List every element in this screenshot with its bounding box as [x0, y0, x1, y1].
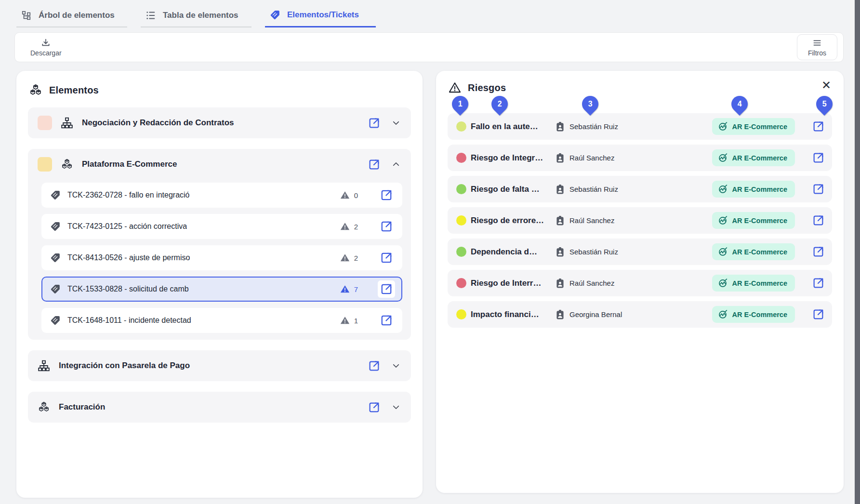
ar-badge[interactable]: AR E-Commerce: [712, 212, 795, 229]
open-risk-icon[interactable]: [812, 308, 824, 320]
cubes-icon: [38, 401, 50, 413]
risks-panel-title: Riesgos: [468, 82, 506, 93]
open-ticket-icon[interactable]: [380, 283, 393, 295]
download-label: Descargar: [30, 49, 62, 57]
risk-row[interactable]: Fallo en la aute… Sebastián Ruiz AR E-Co…: [448, 113, 832, 140]
tab-elementos-tickets[interactable]: Elementos/Tickets: [265, 7, 376, 27]
risk-name: Riesgo de errore…: [471, 216, 556, 225]
tag-icon: [50, 252, 61, 263]
close-button[interactable]: ✕: [821, 80, 831, 91]
ticket-row[interactable]: TCK-2362-0728 - fallo en integració 0: [41, 183, 402, 208]
ticket-row[interactable]: TCK-1648-1011 - incidente detectad 1: [41, 308, 402, 333]
assignee-name: Raúl Sanchez: [569, 154, 614, 162]
ticket-label: TCK-1648-1011 - incidente detectad: [67, 316, 191, 325]
tab-arbol-de-elementos[interactable]: Árbol de elementos: [16, 7, 127, 27]
open-ticket-icon[interactable]: [380, 189, 393, 201]
group-row-negociacion[interactable]: Negociación y Redacción de Contratos: [28, 107, 411, 138]
tab-label: Elementos/Tickets: [287, 10, 359, 20]
chevron-down-icon[interactable]: [392, 361, 400, 370]
warning-icon: [340, 253, 350, 263]
assignee-name: Sebastián Ruiz: [569, 122, 618, 131]
open-ticket-icon[interactable]: [380, 220, 393, 233]
ar-badge[interactable]: AR E-Commerce: [712, 149, 795, 166]
download-icon: [41, 38, 51, 48]
risk-row[interactable]: Riesgo de Integr… Raúl Sanchez AR E-Comm…: [448, 145, 832, 171]
ar-badge[interactable]: AR E-Commerce: [712, 181, 795, 198]
annotation-pin-3: 3: [579, 93, 602, 116]
risk-row[interactable]: Riesgo de falta … Sebastián Ruiz AR E-Co…: [448, 176, 832, 202]
risk-status-dot: [456, 247, 466, 257]
group-row-integracion[interactable]: Integración con Pasarela de Pago: [28, 350, 411, 381]
tag-icon: [50, 221, 61, 232]
chevron-up-icon[interactable]: [392, 160, 400, 169]
open-risk-icon[interactable]: [812, 214, 824, 226]
open-risk-icon[interactable]: [812, 152, 824, 164]
group-label: Facturación: [59, 402, 105, 412]
ar-badge[interactable]: AR E-Commerce: [712, 243, 795, 260]
ar-badge[interactable]: AR E-Commerce: [712, 275, 795, 292]
ar-badge[interactable]: AR E-Commerce: [712, 306, 795, 323]
download-button[interactable]: Descargar: [30, 38, 62, 57]
risk-register-icon: [718, 309, 728, 319]
person-badge-icon: [556, 247, 565, 257]
open-group-icon[interactable]: [368, 159, 380, 171]
risk-status-dot: [456, 278, 466, 288]
risk-name: Riesgo de Integr…: [471, 153, 556, 163]
risk-status-dot: [456, 184, 466, 194]
ticket-row[interactable]: TCK-7423-0125 - acción correctiva 2: [41, 214, 402, 239]
open-group-icon[interactable]: [368, 360, 380, 372]
risk-row[interactable]: Impacto financi… Georgina Bernal AR E-Co…: [448, 301, 832, 328]
tab-tabla-de-elementos[interactable]: Tabla de elementos: [141, 7, 251, 27]
ticket-label: TCK-8413-0526 - ajuste de permiso: [67, 253, 190, 262]
warning-icon: [340, 190, 350, 200]
tab-label: Tabla de elementos: [163, 11, 238, 20]
group-row-facturacion[interactable]: Facturación: [28, 392, 411, 423]
assignee-name: Georgina Bernal: [569, 310, 622, 318]
person-badge-icon: [556, 184, 565, 195]
sitemap-icon: [61, 117, 73, 129]
assignee-name: Sebastián Ruiz: [569, 248, 618, 256]
open-ticket-icon[interactable]: [380, 314, 393, 327]
risk-name: Riesgo de falta …: [471, 185, 556, 194]
warning-icon: [449, 81, 461, 94]
warning-count: 2: [354, 223, 358, 231]
risk-status-dot: [456, 215, 466, 225]
filters-button[interactable]: Filtros: [797, 34, 837, 60]
group-row-plataforma[interactable]: Plataforma E-Commerce: [35, 149, 404, 180]
group-color-swatch: [38, 116, 52, 130]
risk-register-icon: [718, 278, 728, 288]
risk-register-icon: [718, 121, 728, 132]
warning-count: 0: [354, 191, 358, 199]
risk-row[interactable]: Dependencia d… Sebastián Ruiz AR E-Comme…: [448, 239, 832, 265]
assignee-name: Sebastián Ruiz: [569, 185, 618, 193]
sitemap-icon: [38, 359, 50, 372]
risk-name: Dependencia d…: [471, 247, 556, 257]
risk-register-icon: [718, 184, 728, 194]
cubes-icon: [29, 83, 42, 97]
open-group-icon[interactable]: [368, 117, 380, 129]
group-color-swatch: [38, 157, 52, 172]
chevron-down-icon[interactable]: [392, 403, 400, 411]
group-label: Integración con Pasarela de Pago: [59, 361, 190, 371]
open-risk-icon[interactable]: [812, 120, 824, 133]
assignee-name: Raúl Sanchez: [569, 279, 614, 287]
ticket-row-selected[interactable]: TCK-1533-0828 - solicitud de camb 7: [41, 277, 402, 302]
risks-panel: Riesgos ✕ 1 2 3 4 5 Fallo en la aute… Se…: [436, 71, 844, 493]
ar-badge[interactable]: AR E-Commerce: [712, 118, 795, 135]
open-risk-icon[interactable]: [812, 183, 824, 195]
risk-row[interactable]: Riesgo de errore… Raúl Sanchez AR E-Comm…: [448, 207, 832, 234]
open-risk-icon[interactable]: [812, 277, 824, 289]
annotation-pin-1: 1: [449, 93, 472, 116]
chevron-down-icon[interactable]: [392, 119, 400, 127]
open-risk-icon[interactable]: [812, 246, 824, 258]
risk-name: Impacto financi…: [471, 310, 556, 319]
ticket-row[interactable]: TCK-8413-0526 - ajuste de permiso 2: [41, 245, 402, 270]
tab-bar: Árbol de elementos Tabla de elementos El…: [0, 0, 860, 27]
open-group-icon[interactable]: [368, 401, 380, 413]
risk-row[interactable]: Riesgo de Interr… Raúl Sanchez AR E-Comm…: [448, 270, 832, 296]
scrollbar-thumb[interactable]: [855, 0, 860, 504]
open-ticket-icon[interactable]: [380, 252, 393, 264]
tag-icon: [50, 284, 61, 294]
group-label: Negociación y Redacción de Contratos: [82, 118, 234, 128]
group-expanded-plataforma: Plataforma E-Commerce TCK-2362-0728 - fa…: [28, 149, 411, 340]
